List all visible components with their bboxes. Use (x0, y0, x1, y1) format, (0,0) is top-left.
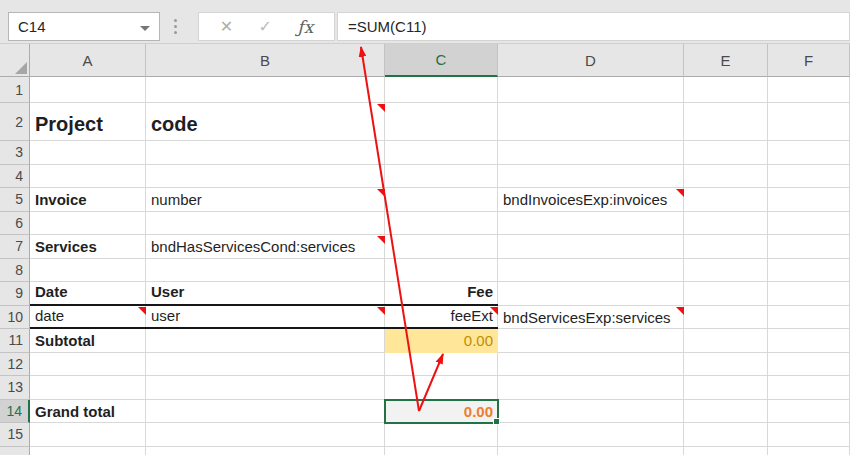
cell-text: date (35, 308, 64, 325)
cell-text: bndServicesExp:services (503, 310, 671, 327)
cell-B10[interactable]: user (146, 306, 385, 330)
comment-indicator-icon (377, 189, 385, 197)
comment-indicator-icon (377, 104, 385, 112)
row-header-3[interactable]: 3 (0, 141, 30, 165)
column-header-A[interactable]: A (30, 44, 146, 77)
row-header-10[interactable]: 10 (0, 306, 30, 330)
cell-C10[interactable]: feeExt (385, 306, 498, 330)
row-header-9[interactable]: 9 (0, 282, 30, 306)
cell-D5[interactable]: bndInvoicesExp:invoices (498, 188, 684, 212)
comment-indicator-icon (676, 307, 684, 315)
enter-icon[interactable]: ✓ (259, 17, 272, 36)
cancel-icon[interactable]: ✕ (220, 17, 233, 36)
cell-text: 0.00 (464, 333, 493, 350)
cell-text: number (151, 192, 202, 209)
cell-text: bndHasServicesCond:services (151, 239, 355, 256)
cell-A10[interactable]: date (30, 306, 146, 330)
row-header-14[interactable]: 14 (0, 400, 30, 424)
cell-text: bndInvoicesExp:invoices (503, 192, 667, 209)
select-all-triangle-icon (15, 62, 27, 74)
formula-text: =SUM(C11) (348, 18, 427, 35)
row-header-13[interactable]: 13 (0, 376, 30, 400)
row-header-1[interactable]: 1 (0, 77, 30, 103)
gridline (30, 164, 850, 165)
cell-B9[interactable]: User (146, 282, 385, 306)
cell-text: user (151, 308, 180, 325)
row-header-6[interactable]: 6 (0, 212, 30, 236)
cell-D10[interactable]: bndServicesExp:services (498, 306, 684, 330)
worksheet: ABCDEF123456789101112131415ProjectcodeIn… (0, 44, 850, 455)
comment-indicator-icon (490, 307, 498, 315)
cell-text: User (151, 284, 184, 301)
row-header-8[interactable]: 8 (0, 259, 30, 283)
fill-handle[interactable] (493, 418, 500, 425)
formula-bar-buttons: ✕ ✓ ƒx (198, 12, 335, 41)
cell-B7[interactable]: bndHasServicesCond:services (146, 235, 385, 259)
insert-function-icon[interactable]: ƒx (297, 17, 313, 37)
row-header-5[interactable]: 5 (0, 188, 30, 212)
name-box-value: C14 (18, 18, 46, 35)
column-header-F[interactable]: F (768, 44, 850, 77)
column-header-C[interactable]: C (385, 44, 498, 77)
row-header-11[interactable]: 11 (0, 329, 30, 353)
cell-A11[interactable]: Subtotal (30, 329, 146, 353)
cell-text: 0.00 (464, 404, 493, 421)
column-header-B[interactable]: B (146, 44, 385, 77)
cell-text: Services (35, 239, 97, 256)
cell-C14[interactable]: 0.00 (385, 400, 498, 424)
comment-indicator-icon (377, 236, 385, 244)
cell-text: Date (35, 284, 68, 301)
formula-bar-separator-dots (174, 13, 178, 40)
cell-text: Invoice (35, 192, 87, 209)
cell-A9[interactable]: Date (30, 282, 146, 306)
gridline (30, 375, 850, 376)
column-header-D[interactable]: D (498, 44, 684, 77)
formula-bar: C14 ✕ ✓ ƒx =SUM(C11) (0, 0, 850, 44)
cell-A14[interactable]: Grand total (30, 400, 146, 424)
row-header-2[interactable]: 2 (0, 103, 30, 141)
excel-window: C14 ✕ ✓ ƒx =SUM(C11) ABCDEF1234567891011… (0, 0, 850, 455)
comment-indicator-icon (676, 189, 684, 197)
row-header-4[interactable]: 4 (0, 165, 30, 189)
formula-input[interactable]: =SUM(C11) (337, 12, 850, 41)
cell-text: Subtotal (35, 333, 95, 350)
select-all-button[interactable] (0, 44, 30, 77)
row-header-partial (0, 447, 30, 455)
cell-B2[interactable]: code (146, 103, 385, 141)
cell-C9[interactable]: Fee (385, 282, 498, 306)
cell-A2[interactable]: Project (30, 103, 146, 141)
cell-A5[interactable]: Invoice (30, 188, 146, 212)
row-header-7[interactable]: 7 (0, 235, 30, 259)
cell-A7[interactable]: Services (30, 235, 146, 259)
cell-text: Grand total (35, 404, 115, 421)
cell-text: feeExt (450, 308, 493, 325)
name-box[interactable]: C14 (8, 12, 160, 41)
row-header-12[interactable]: 12 (0, 353, 30, 377)
cell-text: Fee (467, 284, 493, 301)
row-header-15[interactable]: 15 (0, 423, 30, 447)
name-box-dropdown-icon[interactable] (140, 26, 150, 31)
comment-indicator-icon (377, 307, 385, 315)
column-header-E[interactable]: E (684, 44, 768, 77)
comment-indicator-icon (138, 307, 146, 315)
cell-text: Project (35, 113, 103, 135)
cell-text: code (151, 113, 198, 135)
cell-C11[interactable]: 0.00 (385, 329, 498, 353)
gridline (30, 446, 850, 447)
cell-B5[interactable]: number (146, 188, 385, 212)
